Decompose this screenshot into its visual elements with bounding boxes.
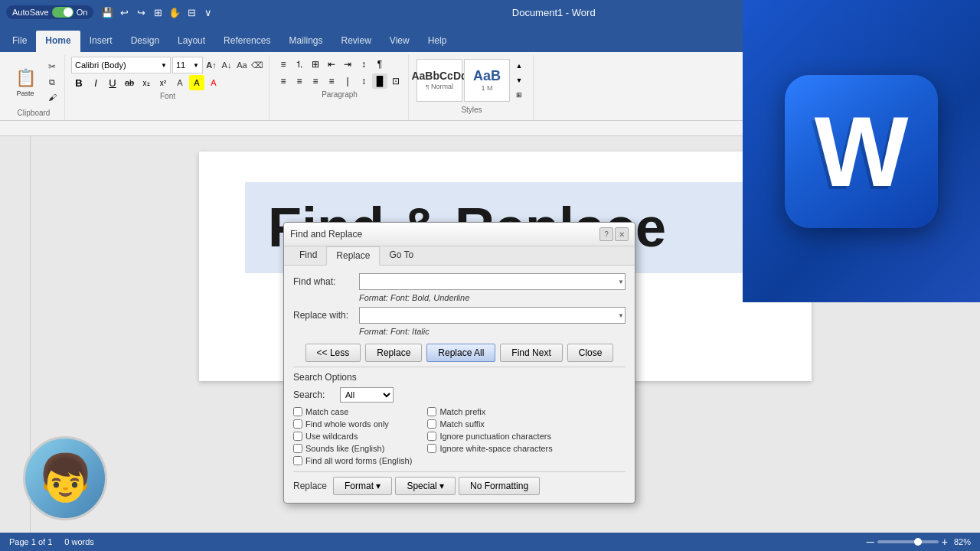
- no-formatting-button[interactable]: No Formatting: [459, 477, 540, 495]
- find-format-value: Font: Bold, Underline: [390, 293, 469, 302]
- match-case-row: Match case: [293, 407, 412, 416]
- find-input-arrow[interactable]: ▼: [618, 279, 624, 285]
- format-footer-button[interactable]: Format ▾: [333, 477, 392, 495]
- find-replace-dialog: Find and Replace ? ✕ Find Replace Go To …: [283, 222, 635, 504]
- dialog-title-bar: Find and Replace ? ✕: [284, 223, 635, 246]
- whole-words-row: Find whole words only: [293, 419, 412, 429]
- ignore-space-row: Ignore white-space characters: [427, 444, 552, 453]
- special-footer-button[interactable]: Special ▾: [395, 477, 456, 495]
- find-what-label: Find what:: [293, 276, 354, 287]
- match-suffix-label: Match suffix: [439, 419, 485, 429]
- replace-format-row: Format: Font: Italic: [359, 327, 626, 336]
- dialog-action-buttons: << Less Replace Replace All Find Next Cl…: [293, 344, 626, 362]
- search-options-header: Search Options: [293, 367, 626, 383]
- word-forms-checkbox[interactable]: [293, 456, 302, 465]
- replace-with-input[interactable]: [359, 307, 626, 324]
- search-label: Search:: [293, 390, 335, 400]
- whole-words-checkbox[interactable]: [293, 419, 302, 429]
- wildcards-checkbox[interactable]: [293, 432, 302, 441]
- replace-all-button[interactable]: Replace All: [426, 344, 495, 362]
- close-dialog-button[interactable]: Close: [567, 344, 614, 362]
- search-col-left: Match case Find whole words only Use wil…: [293, 407, 412, 465]
- replace-input-arrow[interactable]: ▼: [618, 312, 624, 319]
- dialog-body: Find what: ▼ Format: Font: Bold, Underli…: [284, 266, 635, 503]
- find-what-input[interactable]: [359, 273, 626, 290]
- dialog-tab-find[interactable]: Find: [290, 246, 326, 265]
- search-dropdown-row: Search: All: [293, 387, 626, 403]
- ignore-space-checkbox[interactable]: [427, 444, 436, 453]
- ignore-punct-checkbox[interactable]: [427, 432, 436, 441]
- whole-words-label: Find whole words only: [305, 419, 389, 429]
- ignore-punct-row: Ignore punctuation characters: [427, 432, 552, 441]
- match-prefix-checkbox[interactable]: [427, 407, 436, 416]
- dialog-overlay: Find and Replace ? ✕ Find Replace Go To …: [0, 0, 980, 551]
- replace-format-label: Format:: [359, 327, 388, 336]
- replace-footer-label: Replace: [293, 481, 327, 491]
- dialog-tab-replace[interactable]: Replace: [326, 246, 380, 266]
- wildcards-label: Use wildcards: [305, 432, 358, 441]
- replace-with-label: Replace with:: [293, 310, 354, 321]
- match-prefix-row: Match prefix: [427, 407, 552, 416]
- match-case-checkbox[interactable]: [293, 407, 302, 416]
- dialog-tab-goto[interactable]: Go To: [380, 246, 423, 265]
- dialog-title-text: Find and Replace: [290, 229, 362, 240]
- match-prefix-label: Match prefix: [439, 407, 485, 416]
- word-forms-row: Find all word forms (English): [293, 456, 412, 465]
- ignore-punct-label: Ignore punctuation characters: [439, 432, 551, 441]
- match-suffix-checkbox[interactable]: [427, 419, 436, 429]
- sounds-like-label: Sounds like (English): [305, 444, 384, 453]
- ignore-space-label: Ignore white-space characters: [439, 444, 552, 453]
- dialog-help-button[interactable]: ?: [599, 227, 613, 241]
- replace-with-row: Replace with: ▼: [293, 307, 626, 324]
- find-what-input-wrap: ▼: [359, 273, 626, 290]
- replace-format-value: Font: Italic: [390, 327, 430, 336]
- find-what-row: Find what: ▼: [293, 273, 626, 290]
- find-format-row: Format: Font: Bold, Underline: [359, 293, 626, 302]
- less-button[interactable]: << Less: [305, 344, 361, 362]
- wildcards-row: Use wildcards: [293, 432, 412, 441]
- match-case-label: Match case: [305, 407, 348, 416]
- dialog-tabs: Find Replace Go To: [284, 246, 635, 266]
- replace-footer: Replace Format ▾ Special ▾ No Formatting: [293, 471, 626, 495]
- word-forms-label: Find all word forms (English): [305, 456, 412, 465]
- sounds-like-checkbox[interactable]: [293, 444, 302, 453]
- search-select[interactable]: All: [340, 387, 394, 403]
- match-suffix-row: Match suffix: [427, 419, 552, 429]
- replace-footer-buttons: Format ▾ Special ▾ No Formatting: [333, 477, 540, 495]
- search-col-right: Match prefix Match suffix Ignore punctua…: [427, 407, 552, 465]
- sounds-like-row: Sounds like (English): [293, 444, 412, 453]
- replace-with-input-wrap: ▼: [359, 307, 626, 324]
- dialog-title-buttons: ? ✕: [599, 227, 629, 241]
- search-options-body: Match case Find whole words only Use wil…: [293, 407, 626, 465]
- replace-button[interactable]: Replace: [365, 344, 422, 362]
- dialog-close-button[interactable]: ✕: [615, 227, 629, 241]
- find-format-label: Format:: [359, 293, 388, 302]
- find-next-button[interactable]: Find Next: [500, 344, 562, 362]
